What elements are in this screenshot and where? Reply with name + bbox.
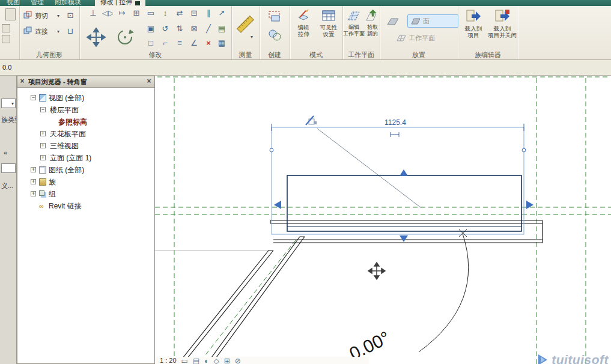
tree-item-reference-level[interactable]: 参照标高 xyxy=(17,117,154,127)
tab-manage[interactable]: 管理 xyxy=(25,0,49,6)
pin-icon[interactable]: ∥ xyxy=(203,8,214,18)
angle-tool-icon[interactable]: ∠ xyxy=(189,38,199,48)
tree-item-groups[interactable]: + 组 xyxy=(17,189,154,199)
create-group-icon[interactable] xyxy=(267,10,282,24)
rotate-ccw-icon[interactable]: ↺ xyxy=(160,24,171,34)
extend-icon[interactable]: ⊟ xyxy=(189,8,199,18)
placement-workplane-option[interactable]: 工作平面 xyxy=(397,34,435,43)
dimension-value[interactable]: 1125.4 xyxy=(385,118,406,127)
toggle-icon[interactable]: + xyxy=(31,191,36,196)
split-icon[interactable]: ↕ xyxy=(160,8,171,18)
region-icon[interactable]: □ xyxy=(145,38,156,48)
array-icon[interactable]: ⊞ xyxy=(131,8,142,18)
join-geometry-icon[interactable] xyxy=(23,26,32,35)
toggle-icon[interactable]: + xyxy=(31,167,36,172)
hide-crop-icon[interactable]: ⊘ xyxy=(235,357,241,364)
selection-box[interactable] xyxy=(272,127,524,234)
paste-icon[interactable] xyxy=(5,8,16,20)
placement-face-option[interactable]: 面 xyxy=(407,14,458,28)
join-button[interactable]: 连接 xyxy=(35,27,48,36)
grid-tool-icon[interactable]: ▦ xyxy=(216,38,227,48)
edit-extrusion-button[interactable]: 编辑 拉伸 xyxy=(291,8,316,37)
corner-icon[interactable]: ⌐ xyxy=(160,38,171,48)
toggle-icon[interactable]: + xyxy=(31,179,36,184)
tree-item-elevations[interactable]: + 立面 (立面 1) xyxy=(17,153,154,163)
load-into-project-button[interactable]: 载入到 项目 xyxy=(459,8,488,38)
toggle-icon[interactable]: − xyxy=(31,95,36,100)
view-scale[interactable]: 1 : 20 xyxy=(160,357,177,364)
pick-new-workplane-button[interactable]: 拾取 新的 xyxy=(365,8,380,37)
angle-arc[interactable] xyxy=(419,234,469,352)
scale-icon[interactable]: ▭ xyxy=(145,8,156,18)
copy-icon[interactable]: ▣ xyxy=(145,24,156,34)
toggle-icon[interactable]: + xyxy=(40,143,46,148)
grip-right[interactable] xyxy=(522,148,526,152)
tree-item-floor-plans[interactable]: − 楼层平面 xyxy=(17,105,154,115)
grip-left[interactable] xyxy=(270,148,273,152)
multiple-icon[interactable]: ≡ xyxy=(174,38,185,48)
toggle-icon[interactable]: − xyxy=(40,107,46,112)
pattern-icon[interactable]: ▤ xyxy=(216,24,227,34)
trim-icon[interactable]: ⇄ xyxy=(174,8,185,18)
cut-button[interactable]: 剪切 xyxy=(35,11,48,20)
drag-arrow-left[interactable] xyxy=(274,201,281,209)
toggle-icon[interactable]: + xyxy=(40,155,46,160)
wall-geometry[interactable] xyxy=(178,237,305,364)
load-into-project-close-button[interactable]: 载入到 项目并关闭 xyxy=(488,8,517,38)
beam-joins-icon[interactable]: ⊔ xyxy=(65,26,76,36)
cut-dropdown-icon[interactable]: ▾ xyxy=(57,14,59,19)
drag-arrow-right[interactable] xyxy=(526,201,533,209)
swap-icon[interactable]: ⇅ xyxy=(174,24,185,34)
tree-item-sheets[interactable]: + 图纸 (全部) xyxy=(17,165,154,175)
collapse-chevron-icon[interactable]: « xyxy=(4,149,7,156)
crop-view-icon[interactable]: ⊞ xyxy=(224,357,230,364)
reference-plane-diagonal[interactable] xyxy=(198,240,296,364)
tree-item-3d-views[interactable]: + 三维视图 xyxy=(17,141,154,151)
tab-view[interactable]: 视图 xyxy=(1,0,25,6)
drawing-area[interactable]: 1125.4 0.00° xyxy=(155,76,611,364)
options-depth-value[interactable]: 0.0 xyxy=(2,64,11,71)
tree-label: 视图 (全部) xyxy=(49,93,84,103)
measure-dropdown-icon[interactable]: ▾ xyxy=(251,35,253,40)
property-value-field[interactable] xyxy=(1,163,16,173)
type-selector-dropdown[interactable]: ▾ xyxy=(1,99,16,108)
tree-item-ceiling-plans[interactable]: + 天花板平面 xyxy=(17,129,154,139)
drag-arrow-up[interactable] xyxy=(400,169,408,176)
sun-path-icon[interactable]: ◐ xyxy=(204,357,208,364)
create-similar-icon[interactable] xyxy=(267,28,282,42)
visual-style-icon[interactable]: ▤ xyxy=(193,357,199,364)
cut-clipboard-icon[interactable] xyxy=(2,24,10,32)
join-dropdown-icon[interactable]: ▾ xyxy=(57,29,59,34)
cut-geometry-icon[interactable] xyxy=(23,11,32,19)
shadows-icon[interactable]: ◇ xyxy=(213,357,219,364)
align-icon[interactable]: ⊥ xyxy=(88,8,99,18)
rotate-icon[interactable] xyxy=(115,28,135,47)
view-canvas[interactable]: 1125.4 0.00° xyxy=(155,76,611,364)
edit-workplane-button[interactable]: 编辑 工作平面 xyxy=(342,8,365,37)
project-browser-titlebar[interactable]: × 项目浏览器 - 转角窗 × xyxy=(17,76,154,88)
tab-addins[interactable]: 附加模块 xyxy=(49,0,87,6)
dimension-segment-icon[interactable] xyxy=(391,132,399,137)
move-icon[interactable] xyxy=(87,28,106,47)
unpin-icon[interactable]: ↗ xyxy=(216,8,227,18)
extrusion-profile[interactable] xyxy=(287,175,521,231)
delete-icon[interactable]: × xyxy=(203,38,214,48)
close-icon[interactable]: × xyxy=(145,77,153,86)
detail-level-icon[interactable]: ▭ xyxy=(181,357,188,364)
tab-modify-contextual[interactable]: 修改 | 拉伸 xyxy=(95,0,145,6)
offset-icon[interactable]: ↦ xyxy=(117,8,127,18)
measure-icon[interactable] xyxy=(235,12,255,36)
toggle-icon[interactable]: + xyxy=(40,131,46,136)
drag-arrow-down[interactable] xyxy=(400,235,408,242)
dock-close-icon[interactable]: × xyxy=(18,77,26,86)
tree-item-views[interactable]: − 视图 (全部) xyxy=(17,93,154,103)
visibility-settings-button[interactable]: 可见性 设置 xyxy=(316,8,341,37)
copy-clipboard-icon[interactable] xyxy=(2,35,10,43)
tree-item-revit-links[interactable]: ∞ Revit 链接 xyxy=(17,201,154,211)
mirror-icon[interactable]: ◁▷ xyxy=(102,8,113,18)
wall-joins-icon[interactable]: ⊡ xyxy=(65,11,76,20)
tree-item-families[interactable]: + 族 xyxy=(17,177,154,187)
split-line-icon[interactable]: ╱ xyxy=(203,24,214,34)
sketch-diagonal-line[interactable] xyxy=(317,129,421,208)
delete-region-icon[interactable]: ⊠ xyxy=(189,24,199,34)
